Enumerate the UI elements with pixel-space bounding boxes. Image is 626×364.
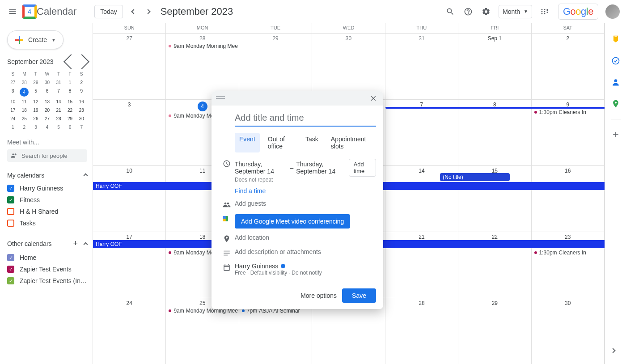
settings-icon[interactable] — [477, 3, 495, 21]
collapse-panel-button[interactable] — [611, 346, 620, 355]
google-logo[interactable]: Google — [558, 4, 598, 20]
day-cell[interactable]: 289amMonday Morning Meeting — [166, 34, 239, 99]
recurrence-label[interactable]: Does not repeat — [235, 177, 376, 183]
my-calendars-header[interactable]: My calendars — [7, 172, 87, 179]
mini-day[interactable]: 29 — [30, 78, 42, 87]
create-button[interactable]: Create ▼ — [7, 30, 63, 49]
end-date[interactable]: Thursday, September 14 — [296, 161, 348, 175]
mini-day[interactable]: 20 — [42, 106, 53, 114]
mini-calendar[interactable]: SMTWTFS272829303112345678910111213141516… — [7, 70, 87, 131]
search-people-input[interactable]: Search for people — [7, 149, 87, 162]
calendar-checkbox[interactable]: ✓ — [7, 185, 14, 192]
mini-day[interactable]: 4 — [20, 88, 29, 97]
mini-day[interactable]: 22 — [64, 106, 76, 114]
calendar-item[interactable]: ✓Zapier Test Events (In Pur... — [7, 275, 87, 287]
mini-day[interactable]: 14 — [53, 97, 64, 106]
mini-day[interactable]: 5 — [53, 123, 64, 131]
help-icon[interactable] — [459, 3, 477, 21]
calendar-checkbox[interactable]: ✓ — [7, 277, 14, 284]
mini-day[interactable]: 16 — [76, 97, 87, 106]
menu-icon[interactable] — [4, 3, 21, 21]
mini-day[interactable]: 5 — [30, 87, 42, 97]
day-cell[interactable]: 2 — [532, 34, 605, 99]
tasks-icon[interactable] — [611, 56, 620, 65]
mini-day[interactable]: 24 — [7, 114, 19, 123]
mini-day[interactable]: 7 — [76, 123, 87, 131]
calendar-checkbox[interactable] — [7, 220, 14, 227]
calendar-item[interactable]: ✓Fitness — [7, 194, 87, 206]
app-logo[interactable]: 4 Calendar — [22, 4, 76, 19]
mini-next-button[interactable] — [76, 56, 87, 67]
today-button[interactable]: Today — [94, 5, 123, 18]
drag-handle-icon[interactable] — [215, 94, 226, 102]
mini-day[interactable]: 7 — [53, 87, 64, 97]
calendar-checkbox[interactable]: ✓ — [7, 196, 14, 203]
day-cell[interactable]: 16 — [532, 166, 605, 232]
view-selector[interactable]: Month ▼ — [499, 5, 532, 18]
add-time-button[interactable]: Add time — [349, 159, 376, 177]
mini-day[interactable]: 27 — [42, 114, 53, 123]
mini-day[interactable]: 2 — [19, 123, 30, 131]
mini-day[interactable]: 9 — [76, 87, 87, 97]
start-date[interactable]: Thursday, September 14 — [235, 161, 287, 175]
event-chip[interactable]: 9amMonday Morning Meeting — [167, 42, 237, 50]
mini-day[interactable]: 2 — [76, 78, 87, 87]
day-cell[interactable]: 24 — [93, 298, 166, 364]
account-avatar[interactable] — [605, 4, 620, 19]
day-cell[interactable]: 3 — [93, 100, 166, 165]
apps-icon[interactable] — [536, 3, 554, 21]
mini-day[interactable]: 23 — [76, 106, 87, 114]
mini-day[interactable]: 6 — [64, 123, 76, 131]
event-type-tab[interactable]: Appointment slots — [326, 133, 372, 152]
more-options-button[interactable]: More options — [300, 292, 337, 299]
event-chip[interactable]: 1:30pmCleaners In — [533, 109, 603, 116]
add-guests-field[interactable]: Add guests — [235, 200, 376, 207]
multiday-event[interactable] — [385, 107, 605, 109]
calendar-item[interactable]: ✓Harry Guinness — [7, 182, 87, 194]
contacts-icon[interactable] — [611, 78, 620, 87]
event-title-input[interactable] — [235, 110, 376, 127]
calendar-checkbox[interactable] — [7, 208, 14, 215]
mini-day[interactable]: 11 — [19, 97, 30, 106]
find-time-link[interactable]: Find a time — [235, 187, 266, 195]
close-icon[interactable] — [367, 92, 380, 105]
mini-day[interactable]: 12 — [30, 97, 42, 106]
calendar-checkbox[interactable]: ✓ — [7, 254, 14, 261]
save-button[interactable]: Save — [342, 288, 376, 303]
day-cell[interactable]: 31 — [385, 34, 458, 99]
mini-day[interactable]: 8 — [64, 87, 76, 97]
multiday-event[interactable]: (No title) — [440, 173, 509, 181]
mini-day[interactable]: 29 — [64, 114, 76, 123]
mini-day[interactable]: 27 — [7, 78, 19, 87]
calendar-item[interactable]: ✓Zapier Test Events — [7, 263, 87, 275]
mini-day[interactable]: 30 — [76, 114, 87, 123]
mini-day[interactable]: 6 — [42, 87, 53, 97]
day-cell[interactable]: 91:30pmCleaners In — [532, 100, 605, 165]
day-cell[interactable]: 30 — [312, 34, 385, 99]
add-location-field[interactable]: Add location — [235, 234, 376, 241]
add-description-field[interactable]: Add description or attachments — [235, 248, 376, 255]
add-meet-button[interactable]: Add Google Meet video conferencing — [235, 214, 350, 229]
mini-day[interactable]: 21 — [53, 106, 64, 114]
mini-day[interactable]: 31 — [53, 78, 64, 87]
event-owner[interactable]: Harry Guinness — [235, 262, 278, 270]
mini-day[interactable]: 25 — [19, 114, 30, 123]
day-cell[interactable]: 30 — [532, 298, 605, 364]
event-chip[interactable]: 1:30pmCleaners In — [533, 249, 603, 256]
mini-day[interactable]: 26 — [30, 114, 42, 123]
keep-icon[interactable] — [611, 35, 620, 44]
event-type-tab[interactable]: Task — [301, 133, 323, 152]
add-addon-button[interactable] — [611, 130, 620, 139]
day-cell[interactable]: 29 — [458, 298, 531, 364]
event-type-tab[interactable]: Event — [235, 133, 260, 152]
next-month-button[interactable] — [141, 4, 155, 19]
other-calendars-header[interactable]: Other calendars + — [7, 239, 87, 248]
mini-day[interactable]: 3 — [7, 87, 19, 97]
day-cell[interactable]: Sep 1 — [458, 34, 531, 99]
mini-day[interactable]: 1 — [7, 123, 19, 131]
mini-day[interactable]: 17 — [7, 106, 19, 114]
day-cell[interactable]: 7 — [385, 100, 458, 165]
day-cell[interactable]: 29 — [239, 34, 312, 99]
day-cell[interactable]: 10 — [93, 166, 166, 232]
calendar-item[interactable]: ✓Home — [7, 252, 87, 263]
